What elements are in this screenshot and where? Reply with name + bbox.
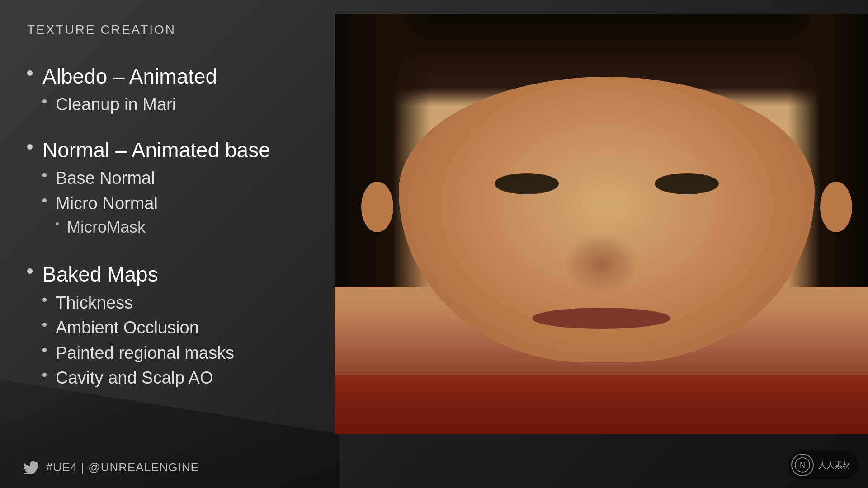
list-item: Cleanup in Mari bbox=[42, 94, 294, 115]
face-eye-left bbox=[495, 173, 559, 194]
watermark-circle: N bbox=[791, 454, 814, 476]
face-shirt bbox=[335, 375, 868, 434]
face-image bbox=[335, 14, 868, 434]
list-item: Ambient Occlusion bbox=[42, 318, 294, 338]
bullet-dot bbox=[27, 70, 33, 76]
sub-sub-list: MicroMask bbox=[56, 217, 158, 237]
item-content: Albedo – Animated Cleanup in Mari bbox=[42, 64, 294, 120]
sub-bullet bbox=[42, 373, 47, 377]
list-item: Micro Normal MicroMask bbox=[42, 193, 294, 240]
sub-list: Base Normal Micro Normal MicroMask bbox=[42, 168, 294, 239]
watermark-text: 人人素材 bbox=[818, 460, 851, 470]
bullet-dot bbox=[27, 268, 33, 274]
face-ear-right bbox=[820, 182, 852, 232]
list-item: Painted regional masks bbox=[42, 343, 294, 364]
twitter-icon bbox=[23, 461, 39, 474]
list-item: Thickness bbox=[42, 293, 294, 314]
sub-sub-bullet bbox=[56, 222, 59, 225]
sub-bullet bbox=[42, 173, 47, 177]
sub-list: Thickness Ambient Occlusion Painted regi… bbox=[42, 293, 294, 389]
face-eye-right bbox=[655, 173, 719, 194]
sub-bullet bbox=[42, 298, 47, 302]
face-ear-left bbox=[361, 182, 393, 232]
right-panel: N 人人素材 bbox=[321, 0, 868, 488]
sub-item-label: Micro Normal bbox=[56, 193, 158, 214]
face-image-container bbox=[335, 14, 868, 434]
watermark: N 人人素材 bbox=[788, 451, 859, 479]
sub-item-label: Ambient Occlusion bbox=[56, 318, 199, 338]
item-content: Baked Maps Thickness Ambient Occlusion P… bbox=[42, 262, 294, 393]
sub-item-label: Cleanup in Mari bbox=[56, 94, 176, 115]
item-label: Baked Maps bbox=[42, 262, 294, 287]
list-item: Normal – Animated base Base Normal Micro… bbox=[27, 138, 294, 244]
sub-list: Cleanup in Mari bbox=[42, 94, 294, 115]
page-title: TEXTURE CREATION bbox=[27, 23, 294, 37]
list-item: Base Normal bbox=[42, 168, 294, 189]
list-item: Cavity and Scalp AO bbox=[42, 368, 294, 389]
item-label: Albedo – Animated bbox=[42, 64, 294, 89]
item-label: Normal – Animated base bbox=[42, 138, 294, 163]
sub-bullet bbox=[42, 198, 47, 202]
sub-bullet bbox=[42, 323, 47, 327]
face-mouth bbox=[532, 308, 671, 329]
sub-sub-item-label: MicroMask bbox=[67, 217, 146, 237]
sub-item-label: Thickness bbox=[56, 293, 133, 314]
sub-item-label: Base Normal bbox=[56, 168, 155, 189]
footer-text: #UE4 | @UNREALENGINE bbox=[46, 460, 199, 474]
svg-text:N: N bbox=[800, 461, 805, 469]
list-item: Baked Maps Thickness Ambient Occlusion P… bbox=[27, 262, 294, 393]
left-panel: TEXTURE CREATION Albedo – Animated Clean… bbox=[0, 0, 321, 488]
list-item: MicroMask bbox=[56, 217, 158, 237]
sub-bullet bbox=[42, 348, 47, 352]
item-content: Micro Normal MicroMask bbox=[56, 193, 158, 240]
list-item: Albedo – Animated Cleanup in Mari bbox=[27, 64, 294, 120]
face-nose bbox=[564, 232, 638, 296]
item-content: Normal – Animated base Base Normal Micro… bbox=[42, 138, 294, 244]
sub-bullet bbox=[42, 99, 47, 103]
sub-item-label: Painted regional masks bbox=[56, 343, 234, 364]
sub-item-label: Cavity and Scalp AO bbox=[56, 368, 213, 389]
bullet-list: Albedo – Animated Cleanup in Mari Normal… bbox=[27, 64, 294, 465]
footer: #UE4 | @UNREALENGINE bbox=[23, 460, 199, 474]
watermark-logo-icon: N bbox=[794, 457, 811, 473]
bullet-dot bbox=[27, 144, 33, 150]
